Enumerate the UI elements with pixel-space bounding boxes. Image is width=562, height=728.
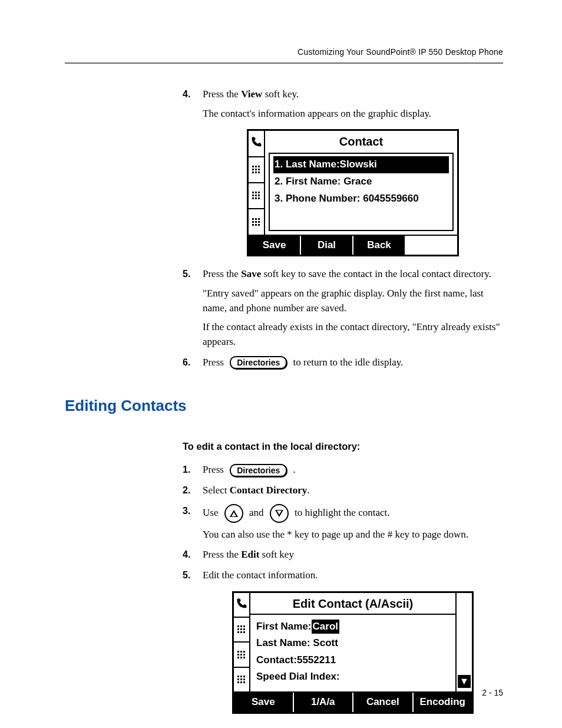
softkey-cancel[interactable]: Cancel bbox=[353, 693, 414, 712]
phone-icon bbox=[249, 131, 264, 157]
triangle-up-icon bbox=[230, 510, 238, 517]
step-b2: 2. Select Contact Directory. bbox=[183, 483, 503, 498]
step-b1-text: Press Directories . bbox=[203, 463, 503, 477]
down-arrow-key[interactable] bbox=[270, 504, 289, 523]
step-5: 5. Press the Save soft key to save the c… bbox=[183, 267, 503, 349]
keypad-icon bbox=[234, 618, 249, 643]
keypad-icon bbox=[234, 643, 249, 667]
steps-list-a: 4. Press the View soft key. The contact'… bbox=[183, 87, 503, 370]
lcd-row: Last Name: Scott bbox=[255, 635, 451, 652]
step-4: 4. Press the View soft key. The contact'… bbox=[183, 87, 503, 256]
softkey-encoding[interactable]: Encoding bbox=[414, 693, 472, 712]
section-heading-editing-contacts: Editing Contacts bbox=[65, 397, 503, 415]
step-6-text: Press Directories to return to the idle … bbox=[203, 355, 503, 370]
steps-list-b: 1. Press Directories . 2. Select Contact… bbox=[183, 463, 503, 713]
step-number: 6. bbox=[183, 355, 190, 369]
step-number: 2. bbox=[183, 483, 190, 497]
keypad-icon bbox=[249, 157, 264, 183]
step-b3: 3. Use and to highlight the contact. You… bbox=[183, 504, 503, 542]
softkey-save[interactable]: Save bbox=[249, 236, 301, 255]
keypad-icon bbox=[249, 209, 264, 234]
step-number: 5. bbox=[183, 267, 190, 281]
step-5-text: Press the Save soft key to save the cont… bbox=[203, 268, 491, 279]
lcd-left-sidebar bbox=[234, 593, 250, 692]
softkey-mode[interactable]: 1/A/a bbox=[294, 693, 354, 712]
softkey-blank bbox=[406, 236, 457, 255]
softkey-save[interactable]: Save bbox=[234, 693, 294, 712]
step-4-desc: The contact's information appears on the… bbox=[203, 107, 503, 121]
step-5-desc2: If the contact already exists in the con… bbox=[203, 320, 503, 349]
scroll-down-icon[interactable]: ▼ bbox=[458, 675, 471, 688]
lcd-softkeys: Save 1/A/a Cancel Encoding bbox=[234, 691, 472, 712]
step-b4-text: Press the Edit soft key bbox=[203, 549, 294, 560]
lcd-input-selected[interactable]: Carol bbox=[312, 620, 339, 634]
step-b5: 5. Edit the contact information. bbox=[183, 568, 503, 714]
lcd-row: 2. First Name: Grace bbox=[273, 173, 449, 190]
step-b1: 1. Press Directories . bbox=[183, 463, 503, 477]
step-number: 5. bbox=[183, 568, 190, 582]
lcd-title: Edit Contact (A/Ascii) bbox=[250, 593, 455, 614]
subheading-edit-contact: To edit a contact in the local directory… bbox=[183, 441, 503, 452]
triangle-down-icon bbox=[275, 510, 283, 517]
directories-key[interactable]: Directories bbox=[230, 356, 287, 369]
phone-icon bbox=[234, 593, 249, 618]
step-b4: 4. Press the Edit soft key bbox=[183, 548, 503, 562]
lcd-row: Speed Dial Index: bbox=[255, 668, 451, 686]
lcd-row-selected: 1. Last Name:Slowski bbox=[273, 156, 449, 173]
step-b3-text: Use and to highlight the contact. bbox=[203, 504, 503, 523]
lcd-right-sidebar: ▼ bbox=[455, 593, 472, 692]
step-number: 3. bbox=[183, 504, 190, 518]
step-number: 4. bbox=[183, 548, 190, 561]
lcd-row: Contact:5552211 bbox=[255, 652, 451, 669]
softkey-back[interactable]: Back bbox=[353, 236, 406, 255]
lcd-contact-view: Contact 1. Last Name:Slowski 2. First Na… bbox=[247, 129, 459, 256]
running-head: Customizing Your SoundPoint® IP 550 Desk… bbox=[65, 47, 503, 57]
lcd-body: 1. Last Name:Slowski 2. First Name: Grac… bbox=[269, 153, 454, 231]
step-b2-text: Select Contact Directory. bbox=[203, 485, 309, 496]
step-4-text: Press the View soft key. bbox=[203, 88, 299, 100]
page-number: 2 - 15 bbox=[482, 688, 503, 697]
up-arrow-key[interactable] bbox=[224, 504, 243, 523]
keypad-icon bbox=[234, 668, 249, 691]
step-b3-desc: You can also use the * key to page up an… bbox=[203, 528, 503, 542]
step-b5-text: Edit the contact information. bbox=[203, 569, 318, 581]
lcd-edit-contact: Edit Contact (A/Ascii) First Name:Carol … bbox=[232, 591, 474, 714]
step-number: 4. bbox=[183, 87, 190, 101]
keypad-icon bbox=[249, 183, 264, 209]
header-rule bbox=[65, 62, 503, 64]
step-5-desc1: "Entry saved" appears on the graphic dis… bbox=[203, 286, 503, 315]
lcd-title: Contact bbox=[265, 131, 457, 151]
lcd-row: 3. Phone Number: 6045559660 bbox=[273, 190, 449, 207]
directories-key[interactable]: Directories bbox=[230, 464, 287, 477]
step-number: 1. bbox=[183, 463, 190, 476]
softkey-dial[interactable]: Dial bbox=[301, 236, 353, 255]
lcd-body: First Name:Carol Last Name: Scott Contac… bbox=[250, 614, 455, 692]
step-6: 6. Press Directories to return to the id… bbox=[183, 355, 503, 370]
lcd-softkeys: Save Dial Back bbox=[249, 235, 457, 255]
lcd-row-firstname: First Name:Carol bbox=[255, 618, 451, 635]
lcd-left-sidebar bbox=[249, 131, 265, 235]
